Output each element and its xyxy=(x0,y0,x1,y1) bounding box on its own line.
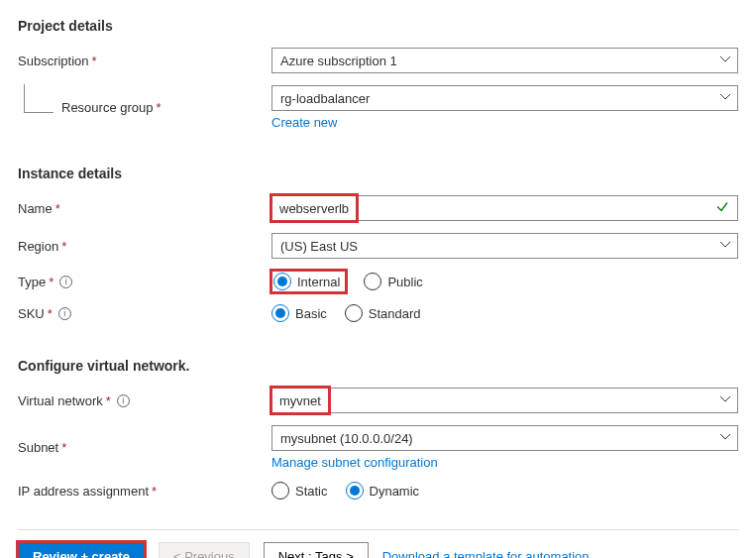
ip-dynamic-radio[interactable]: Dynamic xyxy=(346,482,420,500)
label-ip-assignment: IP address assignment* xyxy=(18,484,271,499)
previous-button: < Previous xyxy=(159,542,250,558)
sku-standard-radio[interactable]: Standard xyxy=(345,304,421,322)
name-input[interactable]: webserverlb xyxy=(271,195,738,221)
section-configure-vnet: Configure virtual network. xyxy=(18,358,738,374)
subnet-select[interactable]: mysubnet (10.0.0.0/24) xyxy=(271,425,738,451)
sku-basic-radio[interactable]: Basic xyxy=(271,304,327,322)
info-icon[interactable]: i xyxy=(59,276,72,288)
chevron-down-icon xyxy=(719,91,731,106)
subscription-select[interactable]: Azure subscription 1 xyxy=(271,48,738,73)
chevron-down-icon xyxy=(719,54,731,68)
chevron-down-icon xyxy=(719,393,731,408)
label-name: Name* xyxy=(18,201,271,216)
region-select[interactable]: (US) East US xyxy=(271,233,738,259)
label-type: Type* i xyxy=(18,275,271,289)
section-instance-details: Instance details xyxy=(18,166,738,181)
create-new-link[interactable]: Create new xyxy=(271,115,738,130)
label-subscription: Subscription* xyxy=(18,54,271,68)
next-tags-button[interactable]: Next : Tags > xyxy=(264,542,369,558)
chevron-down-icon xyxy=(719,431,731,446)
download-template-link[interactable]: Download a template for automation xyxy=(382,549,590,559)
chevron-down-icon xyxy=(719,239,731,254)
manage-subnet-link[interactable]: Manage subnet configuration xyxy=(271,455,738,470)
review-create-button[interactable]: Review + create xyxy=(18,542,145,558)
info-icon[interactable]: i xyxy=(117,394,130,407)
label-vnet: Virtual network* i xyxy=(18,393,271,408)
info-icon[interactable]: i xyxy=(58,307,71,320)
label-region: Region* xyxy=(18,239,271,254)
label-resource-group: Resource group* xyxy=(18,100,271,115)
type-public-radio[interactable]: Public xyxy=(364,273,422,290)
ip-static-radio[interactable]: Static xyxy=(271,482,328,500)
type-internal-radio[interactable]: Internal xyxy=(273,273,340,290)
check-icon xyxy=(715,200,729,217)
label-subnet: Subnet* xyxy=(18,440,271,455)
label-sku: SKU* i xyxy=(18,306,271,321)
section-project-details: Project details xyxy=(18,18,738,34)
resource-group-select[interactable]: rg-loadbalancer xyxy=(271,85,738,111)
vnet-select[interactable]: myvnet xyxy=(271,388,738,413)
